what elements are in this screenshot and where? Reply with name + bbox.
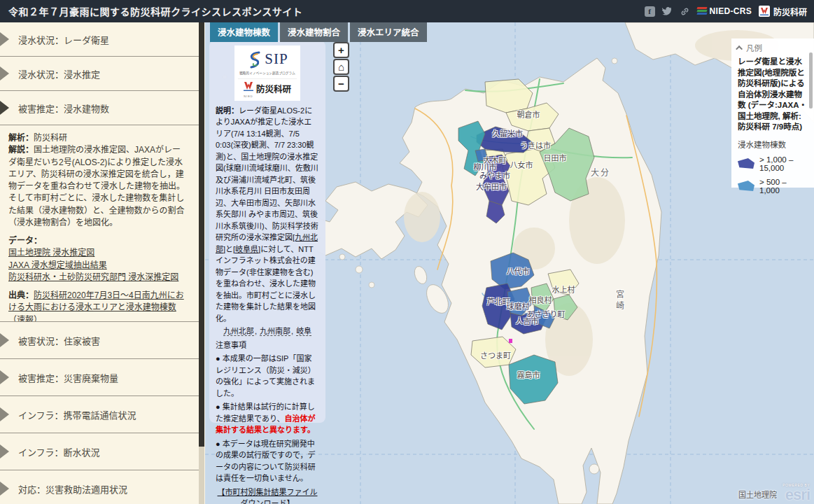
zoom-out-button[interactable]: − bbox=[333, 76, 349, 92]
map-label: 相良村 bbox=[529, 294, 552, 305]
legend-item: > 1,000 – 15,000 bbox=[738, 155, 808, 172]
twitter-icon[interactable] bbox=[662, 6, 673, 17]
facebook-icon[interactable]: f bbox=[645, 6, 655, 17]
bosai-kaken-logo[interactable]: 防災科研 bbox=[759, 6, 807, 18]
legend-item-label: > 1,000 – 15,000 bbox=[759, 155, 808, 172]
sidebar-item-label: 浸水状況：レーダ衛星 bbox=[18, 33, 109, 46]
sidebar-scrollbar-thumb[interactable] bbox=[199, 22, 204, 447]
map-label: 朝倉市 bbox=[517, 108, 540, 120]
map-canvas[interactable]: 朝倉市 うきは市 日田市 久留米市 八女市 大木町 柳川市 みやま市 大牟田市 … bbox=[205, 22, 814, 504]
nied-crs-label: NIED-CRS bbox=[710, 6, 752, 16]
link-gifu[interactable]: [岐阜県] bbox=[233, 245, 260, 253]
esri-logo: POWERED BY esri bbox=[783, 484, 810, 503]
legend-swatch-dark-blue bbox=[738, 158, 755, 169]
map-marker bbox=[509, 339, 512, 343]
sidebar-item-disaster-waste[interactable]: 被害推定：災害廃棄物量 bbox=[0, 359, 199, 396]
sidebar-item-label: インフラ：断水状況 bbox=[18, 445, 100, 458]
note-1: ● 本成果の一部はSIP「国家レジリエンス（防災・減災）の強化」によって実施され… bbox=[216, 353, 319, 399]
link-region-kyushu-south[interactable]: 九州南部 bbox=[260, 327, 290, 336]
analysis-value: 防災科研 bbox=[34, 133, 67, 143]
nied-logo-text: 防災科研 bbox=[256, 83, 291, 97]
sidebar-item-label: インフラ：携帯電話通信状況 bbox=[18, 408, 136, 421]
sidebar-item-label: 浸水状況：浸水推定 bbox=[18, 67, 100, 80]
sidebar-scrollbar[interactable] bbox=[199, 22, 204, 504]
tab-flood-area-merged[interactable]: 浸水エリア統合 bbox=[350, 22, 427, 42]
sidebar-item-radar-satellite[interactable]: 浸水状況：レーダ衛星 bbox=[0, 22, 199, 57]
sip-logo-text: SIP bbox=[265, 48, 288, 71]
source-link[interactable]: 防災科研2020年7月3日～4日南九州における大雨における浸水エリアと浸水建物棟… bbox=[8, 290, 184, 322]
layers-icon bbox=[697, 7, 707, 15]
app-header: 令和２年７月豪雨に関する防災科研クライシスレスポンスサイト f NIED-CRS… bbox=[0, 0, 814, 22]
region-links: 九州北部, 九州南部, 岐阜 bbox=[216, 326, 319, 337]
map-zoom-controls: + ⌂ − bbox=[333, 42, 349, 92]
data-label: データ： bbox=[8, 236, 42, 246]
description-text: レーダ衛星ALOS-2によりJAXAが推定した浸水エリア(7/4 13:14観測… bbox=[216, 106, 318, 242]
map-label: 大牟田市 bbox=[476, 181, 507, 192]
nied-v-icon bbox=[759, 6, 770, 17]
sidebar-item-mobile-network[interactable]: インフラ：携帯電話通信状況 bbox=[0, 396, 199, 433]
map-label-prefecture: 宮崎 bbox=[614, 290, 626, 312]
gsi-attribution: 国土地理院 bbox=[738, 489, 777, 500]
page-title: 令和２年７月豪雨に関する防災科研クライシスレスポンスサイト bbox=[8, 4, 302, 18]
chevron-right-icon bbox=[0, 444, 9, 458]
sidebar-detail-panel: 解析：防災科研 解説：国土地理院の浸水推定図、JAXAがレーダ衛星だいち2号(A… bbox=[0, 125, 199, 322]
map-label: 水上村 bbox=[552, 284, 575, 295]
description-label: 説明： bbox=[216, 106, 239, 115]
sidebar: 浸水状況：レーダ衛星 浸水状況：浸水推定 被害推定：浸水建物数 解析：防災科研 … bbox=[0, 22, 205, 504]
tab-flooded-building-count[interactable]: 浸水建物棟数 bbox=[210, 22, 278, 42]
map-tab-bar: 浸水建物棟数 浸水建物割合 浸水エリア統合 bbox=[210, 22, 427, 42]
link-nied-depth-map[interactable]: 防災科研水・土砂防災研究部門 浸水深推定図 bbox=[8, 272, 178, 282]
chevron-right-icon bbox=[0, 32, 9, 46]
analysis-label: 解析： bbox=[8, 133, 34, 143]
link-icon[interactable] bbox=[680, 6, 690, 17]
link-region-kyushu-north[interactable]: 九州北部 bbox=[223, 327, 254, 336]
sidebar-item-relief-act[interactable]: 対応：災害救助法適用状況 bbox=[0, 470, 199, 504]
sidebar-item-label: 被害状況：住家被害 bbox=[18, 334, 100, 347]
sidebar-item-flood-estimate[interactable]: 浸水状況：浸水推定 bbox=[0, 57, 199, 91]
link-region-gifu[interactable]: 岐阜 bbox=[296, 327, 311, 336]
bosai-label: 防災科研 bbox=[773, 6, 807, 18]
sip-logo-icon bbox=[246, 50, 263, 69]
zoom-in-button[interactable]: + bbox=[333, 42, 349, 58]
map-label: さつま町 bbox=[480, 349, 511, 360]
nied-logo-sub: NIED bbox=[244, 94, 253, 99]
map-label: 日田市 bbox=[544, 152, 567, 163]
sidebar-item-flooded-buildings[interactable]: 被害推定：浸水建物数 bbox=[0, 91, 199, 125]
chevron-right-icon bbox=[0, 333, 9, 347]
legend-panel: 凡例 レーダ衛星と浸水推定図(地理院版と防災科研版)による自治体別浸水建物数 (… bbox=[731, 38, 814, 188]
sidebar-item-house-damage[interactable]: 被害状況：住家被害 bbox=[0, 322, 199, 359]
legend-header[interactable]: 凡例 bbox=[738, 42, 808, 53]
description-text-after: に対して、NTTインフラネット株式会社の建物データ(非住家建物を含む)を重ね合わ… bbox=[216, 245, 316, 323]
description-label: 解説： bbox=[8, 145, 34, 155]
legend-item-label: > 500 – 1,000 bbox=[759, 178, 808, 195]
municipal-results-download-link[interactable]: 【市町村別集計結果ファイルダウンロード】 bbox=[218, 488, 318, 504]
chevron-up-icon bbox=[736, 45, 743, 52]
sidebar-item-water-outage[interactable]: インフラ：断水状況 bbox=[0, 433, 199, 470]
notes-title: 注意事項 bbox=[216, 340, 319, 351]
map-label: 八代市 bbox=[507, 265, 530, 276]
chevron-right-icon bbox=[0, 407, 9, 421]
note-2: ● 集計結果は試行的に計算した推定結果であり、自治体が集計する結果と異なります。 bbox=[216, 401, 319, 436]
download-link-wrap: 【市町村別集計結果ファイルダウンロード】 bbox=[216, 486, 319, 504]
map-label: 久留米市 bbox=[492, 127, 523, 139]
link-gsi-flood-map[interactable]: 国土地理院 浸水推定図 bbox=[8, 248, 94, 258]
legend-scrollbar-thumb[interactable] bbox=[809, 52, 813, 108]
map-label: 八女市 bbox=[510, 159, 533, 170]
chevron-right-icon bbox=[0, 101, 9, 115]
info-description: 説明：レーダ衛星ALOS-2によりJAXAが推定した浸水エリア(7/4 13:1… bbox=[216, 105, 319, 325]
tab-flooded-building-ratio[interactable]: 浸水建物割合 bbox=[280, 22, 348, 42]
nied-logo-icon: NIED bbox=[244, 81, 253, 99]
map-label: みやま市 bbox=[479, 169, 510, 181]
map-attribution: 国土地理院 POWERED BY esri bbox=[738, 484, 810, 503]
description-text-2: そして市町村ごとに、浸水した建物数を集計した結果（浸水建物数）と、全建物数からの… bbox=[8, 192, 189, 229]
sip-logo-subtitle: 戦略的イノベーション創造プログラム bbox=[238, 71, 297, 76]
link-jaxa-extraction[interactable]: JAXA 浸水想定域抽出結果 bbox=[8, 260, 107, 270]
sidebar-item-label: 対応：災害救助法適用状況 bbox=[18, 482, 127, 496]
logo-box: SIP 戦略的イノベーション創造プログラム NIED 防災科研 bbox=[234, 46, 300, 101]
source-label: 出典： bbox=[8, 290, 34, 300]
nied-crs-logo[interactable]: NIED-CRS bbox=[697, 6, 752, 16]
legend-subtitle: 浸水建物棟数 bbox=[738, 139, 808, 150]
home-button[interactable]: ⌂ bbox=[333, 59, 349, 75]
legend-swatch-blue bbox=[738, 181, 755, 191]
map-label: うきは市 bbox=[520, 139, 551, 150]
